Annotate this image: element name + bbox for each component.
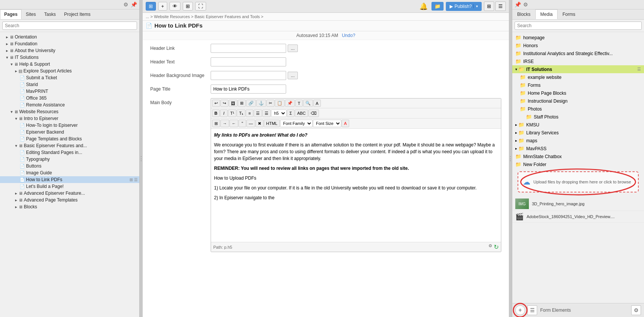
editor-abc-btn[interactable]: ABC bbox=[295, 109, 308, 117]
editor-content[interactable]: My links to PDFs are broken! What do I d… bbox=[211, 129, 501, 242]
tree-item-typography[interactable]: 📄 Typography bbox=[0, 156, 139, 163]
right-gear-icon[interactable]: ⚙ bbox=[523, 2, 528, 8]
editor-italic-btn[interactable]: I bbox=[220, 109, 228, 117]
editor-find-btn[interactable]: 🔍 bbox=[303, 100, 313, 107]
tree-item-submit-ticket[interactable]: 📄 Submit a Ticket bbox=[0, 74, 139, 81]
tree-item-orientation[interactable]: ▸ 🖥 Orientation bbox=[0, 34, 139, 40]
editor-hr-btn[interactable]: — bbox=[247, 120, 255, 127]
tree-item-remote-assistance[interactable]: 📄 Remote Assistance bbox=[0, 102, 139, 108]
right-tree-item-maps[interactable]: ▸ 📁 maps bbox=[512, 137, 644, 145]
tree-item-episerver-backend[interactable]: 📄 Episerver Backend bbox=[0, 129, 139, 135]
bottom-list-button[interactable]: ☰ bbox=[527, 305, 537, 315]
right-tree-item-new-folder[interactable]: 📁 New Folder bbox=[512, 160, 644, 168]
preview-button[interactable]: 👁 bbox=[169, 2, 180, 11]
right-tree-item-mavpass[interactable]: ▸ 📁 MavPASS bbox=[512, 145, 644, 152]
pin-icon[interactable]: 📌 bbox=[131, 2, 137, 8]
view-toggle-button[interactable]: ⊞ bbox=[183, 2, 193, 11]
right-tab-media[interactable]: Media bbox=[535, 9, 558, 19]
editor-undo-btn[interactable]: ↩ bbox=[212, 100, 220, 107]
right-tab-forms[interactable]: Forms bbox=[558, 9, 580, 19]
editor-remove-btn[interactable]: ✖ bbox=[256, 120, 263, 127]
grid-view-button[interactable]: ⊞ bbox=[484, 2, 494, 11]
right-tree-item-honors[interactable]: 📁 Honors bbox=[512, 42, 644, 49]
editor-ol-btn[interactable]: ☰ bbox=[262, 109, 271, 117]
right-tree-item-library-services[interactable]: ▸ 📁 Library Services bbox=[512, 129, 644, 137]
editor-color-btn[interactable]: A bbox=[342, 120, 349, 127]
tree-item-starid[interactable]: 📄 Starid bbox=[0, 81, 139, 88]
editor-format-select[interactable]: h5 bbox=[271, 109, 287, 117]
editor-clear-btn[interactable]: ⌫ bbox=[308, 109, 319, 117]
tree-item-how-to-link-pdfs[interactable]: 📄 How to Link PDFs ⊞ ☰ bbox=[0, 176, 139, 183]
tab-tasks[interactable]: Tasks bbox=[40, 9, 60, 19]
upload-area[interactable]: ☁ Upload files by dropping them here or … bbox=[518, 171, 639, 192]
header-bg-input[interactable] bbox=[211, 71, 286, 80]
right-tree-item-home-page-blocks[interactable]: 📁 Home Page Blocks bbox=[512, 89, 644, 97]
editor-pastetext-btn[interactable]: T bbox=[295, 100, 303, 107]
editor-redo-btn[interactable]: ↪ bbox=[220, 100, 228, 107]
editor-spell-btn[interactable]: A bbox=[313, 100, 321, 107]
tree-item-howto-login[interactable]: 📄 How-To login to Episerver bbox=[0, 122, 139, 129]
tree-item-about-university[interactable]: ▸ 🖥 About the University bbox=[0, 47, 139, 54]
tree-item-blocks[interactable]: ▸ 🖥 Blocks bbox=[0, 203, 139, 210]
editor-indent-btn[interactable]: → bbox=[220, 120, 229, 127]
editor-copy-btn[interactable]: 📋 bbox=[275, 100, 285, 107]
tab-project-items[interactable]: Project Items bbox=[60, 9, 95, 19]
header-link-input[interactable] bbox=[211, 44, 286, 53]
editor-anchor-btn[interactable]: ⚓ bbox=[256, 100, 266, 107]
tree-item-advanced-episerver[interactable]: ▸ 🖥 Advanced Episerver Feature... bbox=[0, 190, 139, 197]
list-view-button[interactable]: ☰ bbox=[495, 2, 506, 11]
right-tree-item-forms[interactable]: 📁 Forms bbox=[512, 81, 644, 89]
pages-view-button[interactable]: ⊞ bbox=[146, 2, 156, 11]
editor-blockquote-btn[interactable]: " bbox=[239, 120, 246, 127]
right-tree-item-kmsu[interactable]: ▸ 📁 KMSU bbox=[512, 121, 644, 129]
right-pin-icon[interactable]: 📌 bbox=[515, 2, 521, 8]
tree-item-office365[interactable]: 📄 Office 365 bbox=[0, 95, 139, 102]
editor-outdent-btn[interactable]: ← bbox=[230, 120, 238, 127]
editor-html-btn[interactable]: HTML bbox=[264, 120, 280, 127]
right-tree-item-minnstate[interactable]: 📁 MinnState Chatbox bbox=[512, 152, 644, 160]
header-bg-browse-button[interactable]: … bbox=[288, 72, 298, 79]
folder-button[interactable]: 📁 bbox=[431, 2, 444, 11]
bell-icon[interactable]: 🔔 bbox=[419, 2, 428, 11]
right-tab-blocks[interactable]: Blocks bbox=[512, 9, 535, 19]
gear-icon[interactable]: ⚙ bbox=[123, 2, 128, 8]
right-tree-item-staff-photos[interactable]: 📁 Staff Photos bbox=[512, 113, 644, 121]
undo-link[interactable]: Undo? bbox=[342, 33, 355, 38]
right-tree-item-instructional-design[interactable]: 📁 Instructional Design bbox=[512, 97, 644, 105]
right-tree-item-inst-analytics[interactable]: 📁 Institutional Analytics and Strategic … bbox=[512, 49, 644, 57]
editor-sub-btn[interactable]: T₁ bbox=[237, 109, 245, 117]
left-search-input[interactable] bbox=[2, 22, 137, 30]
tree-item-editing-standard[interactable]: 📄 Editing Standard Pages in... bbox=[0, 149, 139, 156]
header-text-input[interactable] bbox=[211, 57, 286, 66]
right-tree-item-photos[interactable]: 📁 Photos bbox=[512, 105, 644, 113]
editor-fontfamily-select[interactable]: Font Family bbox=[280, 120, 313, 127]
publish-dropdown-icon[interactable]: ▾ bbox=[473, 4, 478, 8]
editor-cut-btn[interactable]: ✂ bbox=[267, 100, 274, 107]
header-link-browse-button[interactable]: … bbox=[288, 45, 298, 52]
tree-item-mavprint[interactable]: 📄 MavPRINT bbox=[0, 88, 139, 95]
tree-item-help-support[interactable]: ▾ 🖥 Help & Support bbox=[0, 61, 139, 68]
file-item-1[interactable]: IMG 3D_Printing_hero_image.jpg bbox=[512, 197, 644, 211]
editor-link-btn[interactable]: 🔗 bbox=[246, 100, 256, 107]
add-button[interactable]: + bbox=[158, 2, 167, 11]
editor-sigma-btn[interactable]: Σ bbox=[287, 109, 294, 117]
tab-pages[interactable]: Pages bbox=[0, 9, 22, 19]
editor-super-btn[interactable]: T¹ bbox=[228, 109, 236, 117]
item-menu-icon[interactable]: ☰ bbox=[134, 177, 138, 182]
tree-item-lets-build[interactable]: 📄 Let's Build a Page! bbox=[0, 183, 139, 190]
right-tree-item-homepage[interactable]: 📁 homepage bbox=[512, 34, 644, 42]
bottom-add-button[interactable]: + bbox=[515, 305, 525, 315]
file-item-2[interactable]: 🎬 AdobeStock_186094251_Video_HD_Preview.… bbox=[512, 211, 644, 223]
tree-item-advanced-page-templates[interactable]: ▸ 🖥 Advanced Page Templates bbox=[0, 197, 139, 203]
editor-bold-btn[interactable]: B bbox=[212, 109, 220, 117]
page-title-input[interactable] bbox=[211, 85, 286, 94]
left-drag-handle[interactable] bbox=[140, 0, 143, 317]
item-action-icon[interactable]: ⊞ bbox=[129, 177, 133, 182]
tree-item-image-guide[interactable]: 📄 Image Guide bbox=[0, 169, 139, 176]
editor-settings-icon[interactable]: ⚙ bbox=[488, 243, 492, 251]
right-tree-item-irse[interactable]: 📁 IRSE bbox=[512, 57, 644, 65]
editor-paste-btn[interactable]: 📌 bbox=[285, 100, 295, 107]
editor-table-btn[interactable]: ⊞ bbox=[238, 100, 246, 107]
tree-item-explore-support[interactable]: ▸ ▤ Explore Support Articles bbox=[0, 68, 139, 74]
bottom-gear-button[interactable]: ⚙ bbox=[631, 305, 641, 315]
